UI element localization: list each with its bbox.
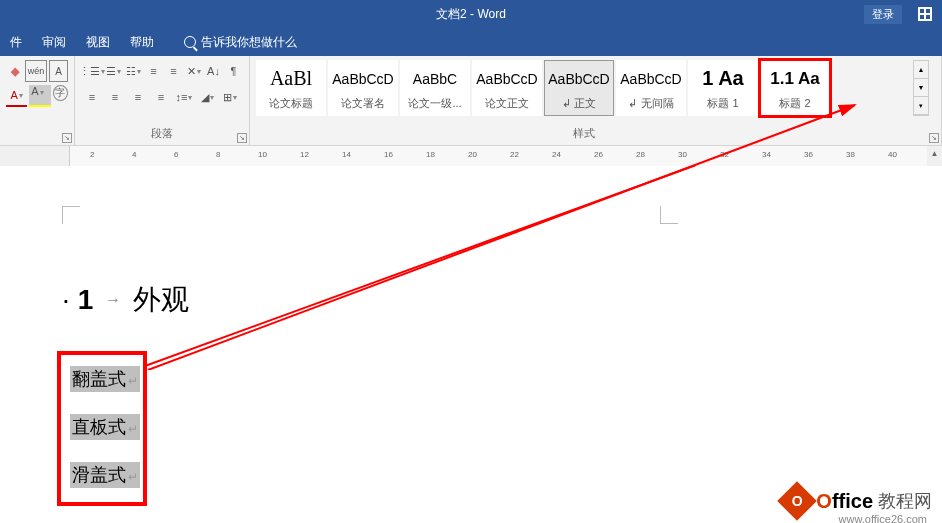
sort-icon[interactable]: A↓ — [204, 60, 223, 82]
crop-mark-tr — [660, 206, 678, 224]
ruler-tick: 6 — [174, 150, 178, 162]
watermark-suffix: 教程网 — [878, 489, 932, 513]
phonetic-guide-icon[interactable]: wén — [25, 60, 47, 82]
watermark: O Office 教程网 — [783, 487, 932, 515]
bullet-dot: · — [62, 284, 70, 316]
gallery-up-icon[interactable]: ▲ — [914, 61, 928, 79]
ruler-tick: 40 — [888, 150, 897, 162]
tab-mark-icon: → — [105, 291, 121, 309]
document-title: 文档2 - Word — [436, 6, 506, 23]
style-paper-title[interactable]: AaBl论文标题 — [256, 60, 326, 116]
style-paper-level1[interactable]: AaBbC论文一级... — [400, 60, 470, 116]
styles-dialog-launcher[interactable]: ↘ — [929, 133, 939, 143]
tab-review[interactable]: 审阅 — [42, 34, 66, 51]
numbering-icon[interactable]: ☰ — [104, 60, 123, 82]
gallery-down-icon[interactable]: ▼ — [914, 79, 928, 97]
enclose-char-icon[interactable]: 字 — [53, 85, 68, 101]
ruler-tick: 16 — [384, 150, 393, 162]
style-paper-author[interactable]: AaBbCcD论文署名 — [328, 60, 398, 116]
heading-text: 外观 — [133, 281, 189, 319]
menu-bar: 件 审阅 视图 帮助 告诉我你想做什么 — [0, 28, 942, 56]
ruler-tick: 28 — [636, 150, 645, 162]
clear-formatting-icon[interactable]: ◆ — [6, 60, 23, 82]
login-button[interactable]: 登录 — [864, 5, 902, 24]
selected-line-2[interactable]: 直板式↵ — [70, 414, 140, 440]
show-marks-icon[interactable]: ¶ — [224, 60, 243, 82]
char-border-icon[interactable]: A — [49, 60, 68, 82]
ruler-corner — [0, 146, 70, 166]
style-gallery: AaBl论文标题 AaBbCcD论文署名 AaBbC论文一级... AaBbCc… — [256, 60, 911, 118]
horizontal-ruler[interactable]: 246810121416182022242628303234363840 — [70, 146, 942, 166]
ruler-tick: 10 — [258, 150, 267, 162]
ruler-tick: 18 — [426, 150, 435, 162]
tab-view[interactable]: 视图 — [86, 34, 110, 51]
paragraph-label: 段落 — [81, 122, 243, 141]
align-center-icon[interactable]: ≡ — [104, 86, 126, 108]
align-text-icon[interactable]: ✕ — [184, 60, 203, 82]
styles-label: 样式 — [256, 122, 911, 141]
paragraph-dialog-launcher[interactable]: ↘ — [237, 133, 247, 143]
paragraph-mark-icon: ↵ — [128, 470, 138, 484]
watermark-brand: Office — [816, 490, 873, 513]
ruler-tick: 32 — [720, 150, 729, 162]
scroll-up-icon[interactable]: ▲ — [927, 146, 942, 161]
increase-indent-icon[interactable]: ≡ — [164, 60, 183, 82]
align-left-icon[interactable]: ≡ — [81, 86, 103, 108]
highlight-icon[interactable]: A — [29, 85, 50, 107]
document-area[interactable]: · 1 → 外观 翻盖式↵ 直板式↵ 滑盖式↵ — [0, 166, 942, 523]
ribbon: ◆ wén A A A 字 ↘ ⋮☰ ☰ ☷ ≡ ≡ ✕ A↓ ¶ ≡ ≡ ≡ … — [0, 56, 942, 146]
style-normal[interactable]: AaBbCcD↲ 正文 — [544, 60, 614, 116]
office-logo-icon: O — [778, 481, 818, 521]
ruler-tick: 30 — [678, 150, 687, 162]
paragraph-mark-icon: ↵ — [128, 422, 138, 436]
gallery-more-icon[interactable]: ▾ — [914, 97, 928, 115]
selected-line-3[interactable]: 滑盖式↵ — [70, 462, 140, 488]
ruler-tick: 24 — [552, 150, 561, 162]
search-icon — [184, 36, 196, 48]
style-heading-2[interactable]: 1.1 Aa标题 2 — [760, 60, 830, 116]
ruler-tick: 38 — [846, 150, 855, 162]
ruler-tick: 4 — [132, 150, 136, 162]
font-group: ◆ wén A A A 字 ↘ — [0, 56, 75, 145]
crop-mark-tl — [62, 206, 80, 224]
selected-line-1[interactable]: 翻盖式↵ — [70, 366, 140, 392]
ruler-tick: 22 — [510, 150, 519, 162]
ruler[interactable]: 246810121416182022242628303234363840 — [0, 146, 942, 166]
ruler-tick: 36 — [804, 150, 813, 162]
style-heading-1[interactable]: 1 Aa标题 1 — [688, 60, 758, 116]
ribbon-display-options-icon[interactable] — [918, 7, 932, 21]
paragraph-group: ⋮☰ ☰ ☷ ≡ ≡ ✕ A↓ ¶ ≡ ≡ ≡ ≡ ↕≡ ◢ ⊞ 段落 ↘ — [75, 56, 250, 145]
bullets-icon[interactable]: ⋮☰ — [81, 60, 103, 82]
ruler-tick: 20 — [468, 150, 477, 162]
heading-number: 1 — [78, 284, 94, 316]
font-dialog-launcher[interactable]: ↘ — [62, 133, 72, 143]
tab-file[interactable]: 件 — [10, 34, 22, 51]
style-paper-body[interactable]: AaBbCcD论文正文 — [472, 60, 542, 116]
ruler-tick: 26 — [594, 150, 603, 162]
ruler-tick: 2 — [90, 150, 94, 162]
ruler-tick: 34 — [762, 150, 771, 162]
font-color-icon[interactable]: A — [6, 85, 27, 107]
justify-icon[interactable]: ≡ — [150, 86, 172, 108]
decrease-indent-icon[interactable]: ≡ — [144, 60, 163, 82]
svg-line-0 — [145, 166, 858, 366]
watermark-url: www.office26.com — [839, 513, 927, 523]
gallery-scroll: ▲ ▼ ▾ — [913, 60, 929, 116]
ruler-tick: 14 — [342, 150, 351, 162]
align-right-icon[interactable]: ≡ — [127, 86, 149, 108]
ruler-tick: 12 — [300, 150, 309, 162]
paragraph-mark-icon: ↵ — [128, 374, 138, 388]
multilevel-list-icon[interactable]: ☷ — [124, 60, 143, 82]
style-no-spacing[interactable]: AaBbCcD↲ 无间隔 — [616, 60, 686, 116]
line-spacing-icon[interactable]: ↕≡ — [173, 86, 195, 108]
heading-1-text[interactable]: · 1 → 外观 — [62, 281, 189, 319]
tab-help[interactable]: 帮助 — [130, 34, 154, 51]
tell-me-search[interactable]: 告诉我你想做什么 — [184, 34, 297, 51]
title-bar: 文档2 - Word 登录 — [0, 0, 942, 28]
ruler-tick: 8 — [216, 150, 220, 162]
borders-icon[interactable]: ⊞ — [219, 86, 241, 108]
shading-icon[interactable]: ◢ — [196, 86, 218, 108]
styles-group: AaBl论文标题 AaBbCcD论文署名 AaBbC论文一级... AaBbCc… — [250, 56, 942, 145]
